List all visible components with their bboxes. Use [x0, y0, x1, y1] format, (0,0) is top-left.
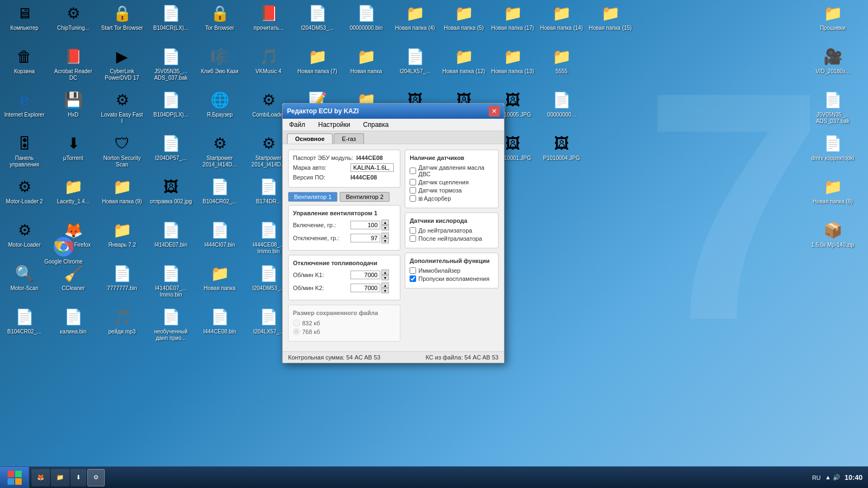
icon-start-tor[interactable]: 🔒 Start Tor Browser [98, 0, 146, 43]
taskbar-ecu[interactable]: ⚙ [87, 469, 105, 486]
taskbar-utorrent[interactable]: ⬇ [71, 469, 86, 486]
icon-1-5-zip[interactable]: 📦 1.5.0к Mp-140.zip [808, 217, 857, 260]
icon-i444ce08[interactable]: 📄 I444CE08.bin [195, 304, 244, 347]
icon-yanvar[interactable]: 📁 Январь 7.2 [98, 217, 146, 260]
adsorber-check[interactable] [410, 195, 416, 202]
icon-b104cr02[interactable]: 📄 B104CR02_... [0, 304, 49, 347]
icon-klib-ecu-kazi[interactable]: 🎼 Клиб Экю Кази [195, 43, 244, 87]
icon-vkmusic[interactable]: 🎵 VKMusic 4 [244, 43, 293, 87]
fan-off-up[interactable]: ▲ [381, 233, 389, 238]
oxygen2-check[interactable] [410, 235, 416, 242]
icon-b104dp-lx[interactable]: 📄 B104DP(LX)... [146, 87, 195, 130]
icon-lacetty[interactable]: 📁 Lacetty_1.4... [49, 174, 98, 217]
icon-hxd[interactable]: 💾 HxD [49, 87, 98, 130]
icon-google-chrome[interactable]: Google Chrome [39, 234, 88, 277]
icon-label: Lacetty_1.4... [57, 198, 90, 205]
icon-norton[interactable]: 🛡 Norton Security Scan [98, 130, 146, 174]
icon-00000000-2[interactable]: 📄 00000000... [537, 87, 586, 130]
fuel-k2-down[interactable]: ▼ [381, 288, 389, 293]
icon-5555[interactable]: 📁 5555 [537, 43, 586, 87]
icon-ie[interactable]: e Internet Explorer [0, 87, 49, 130]
icon-startpower1[interactable]: ⚙ Startpower 2014_I414D... [195, 130, 244, 174]
marka-input[interactable] [350, 163, 394, 172]
start-button[interactable] [0, 467, 29, 489]
icon-folder-right[interactable]: 📁 Новая папка (15) [586, 0, 635, 43]
icon-control-panel[interactable]: 🎛 Панель управления [0, 130, 49, 174]
icon-otpr002[interactable]: 🖼 отправка 002.jpg [146, 174, 195, 217]
icon-computer[interactable]: 🖥 Компьютер [0, 0, 49, 43]
fan-on-up[interactable]: ▲ [381, 220, 389, 225]
icon-folder4[interactable]: 📁 Новая папка (4) [391, 0, 439, 43]
icon-chiptuning[interactable]: ⚙ ChipTuning... [49, 0, 98, 43]
icon-folder14[interactable]: 📁 Новая папка (14) [537, 0, 586, 43]
icon-proshivki[interactable]: 📁 Прошивки [808, 0, 857, 43]
icon-i204lx57-2[interactable]: 📄 I204LX57_... [391, 43, 439, 87]
icon-i444ci07[interactable]: 📄 I444CI07.bin [195, 217, 244, 260]
icon-novaya-papka[interactable]: 📁 Новая папка [195, 260, 244, 304]
icon-novaya-papka-main[interactable]: 📁 Новая папка [342, 43, 391, 87]
icon-vid[interactable]: 🎥 VID_20180з... [808, 43, 857, 87]
image-icon: 🖼 [502, 89, 524, 111]
icon-motor-loader2[interactable]: ⚙ Motor-Loader 2 [0, 174, 49, 217]
icon-tor-browser[interactable]: 🔒 Tor Browser [195, 0, 244, 43]
fan-tab-2[interactable]: Вентилятор 2 [340, 192, 389, 202]
sensor2-check[interactable] [410, 179, 416, 185]
menu-settings[interactable]: Настройки [316, 120, 353, 130]
icon-folder8[interactable]: 📁 Новая папка (8) [808, 174, 857, 217]
fuel-k2-up[interactable]: ▲ [381, 282, 389, 288]
sensor1-check[interactable] [410, 168, 416, 174]
icon-i204dp57[interactable]: 📄 I204DP57_... [146, 130, 195, 174]
fan-on-down[interactable]: ▼ [381, 225, 389, 230]
fan-on-input[interactable] [350, 221, 380, 229]
icon-i414de07-immo[interactable]: 📄 I414DE07_... Immo.bin [146, 260, 195, 304]
icon-7777[interactable]: 📄 7777777.bin [98, 260, 146, 304]
menu-help[interactable]: Справка [361, 120, 391, 130]
oxygen-title: Датчики кислорода [410, 217, 494, 224]
sensor3-check[interactable] [410, 187, 416, 194]
taskbar-firefox[interactable]: 🦊 [31, 469, 50, 486]
icon-dmrv-korr[interactable]: 📄 dmrv корректорki [808, 130, 857, 174]
taskbar-explorer[interactable]: 📁 [51, 469, 69, 486]
filesize-832-radio[interactable] [293, 319, 300, 326]
icon-b104cr02-2[interactable]: 📄 B104CR02_... [195, 174, 244, 217]
icon-i414de07[interactable]: 📄 I414DE07.bin [146, 217, 195, 260]
icon-folder-9[interactable]: 📁 Новая папка (9) [98, 174, 146, 217]
filesize-768-radio[interactable] [293, 328, 300, 335]
icon-j5v05-far[interactable]: 📄 J5V05N35_... ADS_037.bak [808, 87, 857, 130]
icon-acrobat[interactable]: 📕 Acrobat Reader DC [49, 43, 98, 87]
menu-file[interactable]: Файл [287, 120, 308, 130]
fan-off-input[interactable] [350, 234, 380, 242]
icon-00000000[interactable]: 📄 00000000.bin [342, 0, 391, 43]
icon-recycle[interactable]: 🗑 Корзина [0, 43, 49, 87]
fuel-k1-input[interactable] [350, 271, 380, 279]
icon-lovato[interactable]: ⚙ Lovato Easy Fast I [98, 87, 146, 130]
extra2-check[interactable] [410, 275, 416, 282]
icon-b104cr-lx[interactable]: 📄 B104CR(LX)... [146, 0, 195, 43]
icon-folder17[interactable]: 📁 Новая папка (17) [488, 0, 537, 43]
tab-main[interactable]: Основное [287, 133, 333, 144]
icon-folder13[interactable]: 📁 Новая папка (13) [488, 43, 537, 87]
icon-p1010004[interactable]: 🖼 P1010004.JPG [537, 130, 586, 174]
icon-ya-browser[interactable]: 🌐 Я.Браузер [195, 87, 244, 130]
icon-folder12[interactable]: 📁 Новая папка (12) [439, 43, 488, 87]
icon-kalina-bin[interactable]: 📄 калина.bin [49, 304, 98, 347]
icon-neob[interactable]: 📄 необученный данп прио... [146, 304, 195, 347]
icon-j5v05n35-ads[interactable]: 📄 J5V05N35_... ADS_037.bak [146, 43, 195, 87]
icon-folder5[interactable]: 📁 Новая папка (5) [439, 0, 488, 43]
fuel-k2-input[interactable] [350, 284, 380, 292]
fuel-k1-up[interactable]: ▲ [381, 269, 389, 275]
icon-i204dm53-2[interactable]: 📄 I204DM53_... [293, 0, 342, 43]
fan-off-down[interactable]: ▼ [381, 238, 389, 243]
fan-tabs: Вентилятор 1 Вентилятор 2 [288, 192, 400, 202]
fan-tab-1[interactable]: Вентилятор 1 [288, 192, 337, 202]
icon-prochitat[interactable]: 📕 прочитать... [244, 0, 293, 43]
oxygen1-check[interactable] [410, 227, 416, 234]
extra1-check[interactable] [410, 267, 416, 274]
tab-egas[interactable]: E-газ [334, 133, 364, 144]
icon-reidy-mp3[interactable]: 🎵 рейди.mp3 [98, 304, 146, 347]
icon-cyberlink[interactable]: ▶ CyberLink PowerDVD 17 [98, 43, 146, 87]
icon-folder7[interactable]: 📁 Новая папка (7) [293, 43, 342, 87]
icon-utorrent[interactable]: ⬇ μTorrent [49, 130, 98, 174]
fuel-k1-down[interactable]: ▼ [381, 275, 389, 280]
dialog-close-button[interactable]: ✕ [489, 106, 500, 117]
